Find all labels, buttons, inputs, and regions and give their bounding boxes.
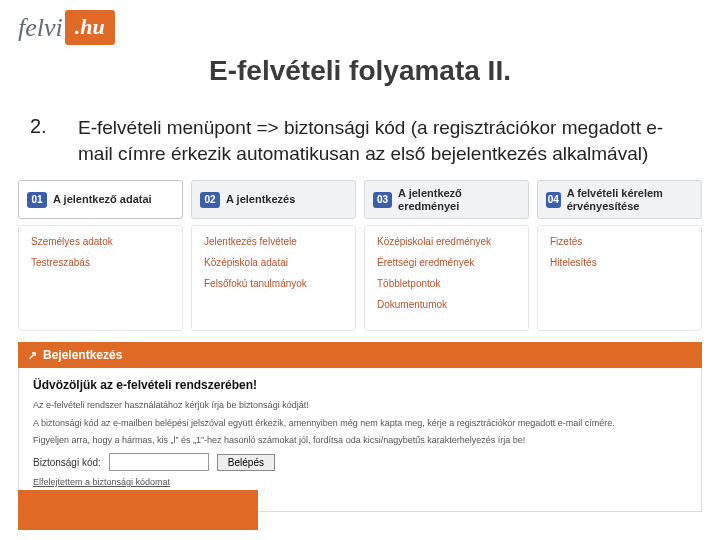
sublink[interactable]: Személyes adatok [31, 236, 170, 247]
tab-badge: 01 [27, 192, 47, 208]
code-label: Biztonsági kód: [33, 457, 101, 468]
logo: felvi .hu [18, 10, 115, 45]
sublink[interactable]: Többletpontok [377, 278, 516, 289]
tab-label: A felvételi kérelem érvényesítése [567, 187, 693, 212]
slide-title: E-felvételi folyamata II. [0, 55, 720, 87]
logo-word: felvi [18, 13, 63, 43]
sublink[interactable]: Jelentkezés felvétele [204, 236, 343, 247]
code-row: Biztonsági kód: Belépés [33, 453, 687, 471]
tab-badge: 04 [546, 192, 561, 208]
tab-applicant-data[interactable]: 01 A jelentkező adatai [18, 180, 183, 219]
login-text-2: A biztonsági kód az e-mailben belépési j… [33, 418, 687, 430]
sublink[interactable]: Dokumentumok [377, 299, 516, 310]
tabs: 01 A jelentkező adatai 02 A jelentkezés … [18, 180, 702, 219]
security-code-input[interactable] [109, 453, 209, 471]
sublink[interactable]: Érettségi eredmények [377, 257, 516, 268]
login-title: Üdvözöljük az e-felvételi rendszerében! [33, 378, 687, 392]
tab-badge: 02 [200, 192, 220, 208]
tab-label: A jelentkező adatai [53, 193, 152, 206]
tab-validation[interactable]: 04 A felvételi kérelem érvényesítése [537, 180, 702, 219]
footer-accent [18, 490, 258, 530]
bullet-row: 2. E-felvételi menüpont => biztonsági kó… [30, 115, 690, 166]
subcol-3: Középiskolai eredmények Érettségi eredmé… [364, 225, 529, 331]
tab-label: A jelentkezés [226, 193, 295, 206]
bullet-number: 2. [30, 115, 60, 166]
logo-suffix: .hu [65, 10, 115, 45]
sublink[interactable]: Felsőfokú tanulmányok [204, 278, 343, 289]
sublink[interactable]: Középiskola adatai [204, 257, 343, 268]
sublink[interactable]: Testreszabás [31, 257, 170, 268]
login-text-3: Figyeljen arra, hogy a hármas, kis „l” é… [33, 435, 687, 447]
sublink[interactable]: Hitelesítés [550, 257, 689, 268]
login-header-label: Bejelentkezés [43, 348, 122, 362]
bullet-text: E-felvételi menüpont => biztonsági kód (… [78, 115, 690, 166]
login-header: ↗ Bejelentkezés [18, 342, 702, 368]
sublink[interactable]: Fizetés [550, 236, 689, 247]
forgot-code-link[interactable]: Elfelejtettem a biztonsági kódomat [33, 477, 687, 487]
tab-label: A jelentkező eredményei [398, 187, 520, 212]
submit-button[interactable]: Belépés [217, 454, 275, 471]
tab-results[interactable]: 03 A jelentkező eredményei [364, 180, 529, 219]
subtab-columns: Személyes adatok Testreszabás Jelentkezé… [18, 225, 702, 331]
sublink[interactable]: Középiskolai eredmények [377, 236, 516, 247]
subcol-1: Személyes adatok Testreszabás [18, 225, 183, 331]
arrow-icon: ↗ [28, 349, 37, 362]
subcol-2: Jelentkezés felvétele Középiskola adatai… [191, 225, 356, 331]
tab-badge: 03 [373, 192, 392, 208]
subcol-4: Fizetés Hitelesítés [537, 225, 702, 331]
tab-application[interactable]: 02 A jelentkezés [191, 180, 356, 219]
login-text-1: Az e-felvételi rendszer használatához ké… [33, 400, 687, 412]
